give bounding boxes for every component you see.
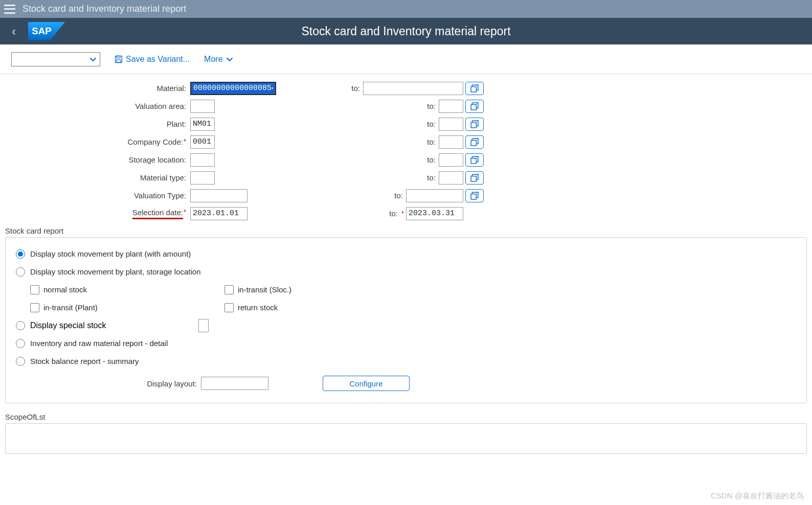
- radio-by-plant-storage-label: Display stock movement by plant, storage…: [30, 267, 201, 276]
- radio-by-plant-amount-label: Display stock movement by plant (with am…: [30, 249, 191, 258]
- radio-inventory-detail-label: Inventory and raw material report - deta…: [30, 339, 168, 348]
- save-icon: [115, 55, 123, 63]
- svg-rect-11: [471, 194, 476, 199]
- storage-location-input[interactable]: [190, 153, 215, 167]
- special-stock-value-input[interactable]: [198, 319, 209, 332]
- radio-by-plant-storage[interactable]: [16, 267, 25, 277]
- radio-inventory-detail[interactable]: [16, 339, 25, 348]
- save-as-variant-label: Save as Variant...: [126, 55, 190, 64]
- chevron-down-icon: [226, 56, 233, 63]
- svg-rect-8: [471, 140, 476, 145]
- label-selection-date: Selection date:*: [5, 208, 190, 219]
- display-layout-input[interactable]: [201, 377, 268, 390]
- label-plant: Plant:: [5, 120, 190, 128]
- multiple-selection-icon: [470, 174, 479, 182]
- shell-header: Stock card and Inventory material report: [0, 0, 812, 18]
- configure-button[interactable]: Configure: [323, 376, 410, 391]
- selection-criteria: Material: to: Valuation area: to: Plant:…: [5, 79, 807, 222]
- to-label: to:: [427, 102, 436, 110]
- to-label: to:: [394, 191, 403, 200]
- material-input[interactable]: [190, 82, 276, 95]
- back-button[interactable]: ‹: [3, 24, 25, 39]
- required-star: *: [184, 137, 186, 145]
- radio-balance-summary-label: Stock balance report - summary: [30, 357, 139, 365]
- variant-dropdown[interactable]: [11, 52, 100, 66]
- company-code-to-input[interactable]: [439, 135, 463, 149]
- material-type-to-input[interactable]: [439, 171, 463, 185]
- required-star: *: [184, 208, 186, 216]
- page-title: Stock card and Inventory material report: [0, 25, 812, 38]
- to-label: to:: [427, 173, 436, 182]
- multi-select-button-material-type[interactable]: [465, 171, 484, 185]
- multi-select-button-valuation-type[interactable]: [465, 189, 484, 202]
- section-title-scope: ScopeOfLst: [5, 412, 807, 421]
- selection-date-input[interactable]: [190, 207, 247, 220]
- to-label: to:: [427, 137, 436, 146]
- multiple-selection-icon: [470, 102, 479, 110]
- section-title-stock-card: Stock card report: [5, 226, 807, 235]
- plant-input[interactable]: [190, 118, 215, 131]
- svg-rect-7: [471, 122, 476, 127]
- shell-title: Stock card and Inventory material report: [22, 4, 186, 14]
- multi-select-button-company-code[interactable]: [465, 135, 484, 149]
- more-menu-button[interactable]: More: [204, 55, 233, 64]
- valuation-area-to-input[interactable]: [439, 100, 463, 113]
- material-to-input[interactable]: [363, 82, 463, 95]
- svg-rect-5: [471, 86, 476, 91]
- multi-select-button-material[interactable]: [465, 82, 484, 95]
- app-header: ‹ SAP Stock card and Inventory material …: [0, 18, 812, 44]
- valuation-type-input[interactable]: [190, 189, 247, 202]
- to-label: to:: [351, 84, 360, 93]
- label-company-code: Company Code:*: [5, 137, 190, 146]
- label-valuation-area: Valuation area:: [5, 102, 190, 110]
- radio-special-stock-label: Display special stock: [30, 321, 106, 330]
- svg-rect-9: [471, 158, 476, 163]
- toolbar: Save as Variant... More: [0, 44, 812, 74]
- checkbox-return-stock[interactable]: [224, 303, 234, 312]
- svg-rect-10: [471, 176, 476, 181]
- watermark-text: CSDN @喜欢打酱油的老鸟: [711, 491, 804, 501]
- svg-rect-3: [117, 56, 120, 58]
- label-material: Material:: [5, 84, 190, 93]
- material-type-input[interactable]: [190, 171, 215, 185]
- svg-rect-4: [117, 60, 121, 62]
- to-label: to:: [427, 120, 436, 128]
- scope-of-list-group: [5, 423, 807, 454]
- to-label: to:: [389, 209, 398, 218]
- checkbox-return-stock-label: return stock: [238, 303, 278, 312]
- multiple-selection-icon: [470, 84, 479, 93]
- multi-select-button-valuation-area[interactable]: [465, 100, 484, 113]
- radio-by-plant-amount[interactable]: [16, 249, 25, 259]
- svg-text:SAP: SAP: [32, 26, 51, 36]
- stock-card-group: Display stock movement by plant (with am…: [5, 237, 807, 403]
- multi-select-button-storage-location[interactable]: [465, 153, 484, 167]
- svg-rect-6: [471, 104, 476, 109]
- multiple-selection-icon: [470, 138, 479, 146]
- checkbox-normal-stock[interactable]: [30, 285, 39, 294]
- multiple-selection-icon: [470, 120, 479, 128]
- selection-date-to-input[interactable]: [406, 207, 463, 220]
- chevron-down-icon: [89, 56, 97, 63]
- radio-balance-summary[interactable]: [16, 357, 25, 366]
- sap-logo: SAP: [28, 22, 65, 40]
- checkbox-intransit-sloc[interactable]: [224, 285, 234, 294]
- storage-location-to-input[interactable]: [439, 153, 463, 167]
- save-as-variant-button[interactable]: Save as Variant...: [115, 55, 190, 64]
- radio-special-stock[interactable]: [16, 321, 25, 330]
- to-label: to:: [427, 155, 436, 164]
- label-valuation-type: Valuation Type:: [5, 191, 190, 200]
- checkbox-intransit-plant-label: in-transit (Plant): [43, 303, 98, 312]
- plant-to-input[interactable]: [439, 118, 463, 131]
- checkbox-normal-stock-label: normal stock: [43, 285, 87, 294]
- menu-icon[interactable]: [4, 5, 15, 14]
- multiple-selection-icon: [470, 156, 479, 164]
- required-star: *: [401, 210, 404, 217]
- valuation-area-input[interactable]: [190, 100, 215, 113]
- valuation-type-to-input[interactable]: [406, 189, 463, 202]
- label-display-layout: Display layout:: [16, 379, 201, 388]
- company-code-input[interactable]: [190, 135, 215, 149]
- multiple-selection-icon: [470, 192, 479, 200]
- checkbox-intransit-plant[interactable]: [30, 303, 39, 312]
- label-storage-location: Storage location:: [5, 155, 190, 164]
- multi-select-button-plant[interactable]: [465, 118, 484, 131]
